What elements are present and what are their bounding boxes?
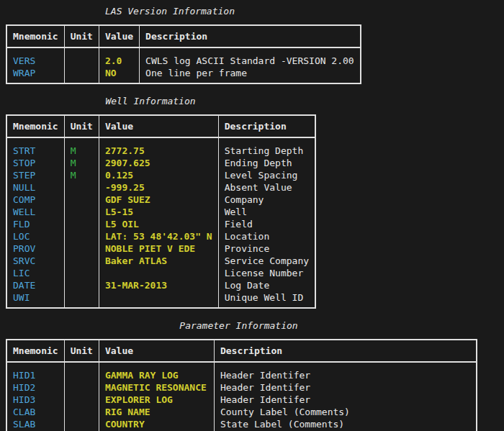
table-header-row: MnemonicUnitValueDescription xyxy=(6,115,315,137)
table-row: FLDL5 OILField xyxy=(6,218,315,230)
table-row: SRVCBaker ATLASService Company xyxy=(6,255,315,267)
description-cell: Header Identifer xyxy=(214,362,477,381)
column-header-value: Value xyxy=(99,340,214,362)
unit-cell xyxy=(64,394,99,406)
unit-cell xyxy=(64,181,99,194)
mnemonic-cell: HID1 xyxy=(6,362,64,381)
table-row: PROVNOBLE PIET V EDEProvince xyxy=(6,242,315,255)
section-well-information: Well Information MnemonicUnitValueDescri… xyxy=(6,94,504,309)
table-row: HID1GAMMA RAY LOGHeader Identifer xyxy=(6,362,477,381)
unit-cell xyxy=(64,279,99,291)
mnemonic-cell: FLD xyxy=(6,218,64,230)
description-cell: Header Identifer xyxy=(214,394,477,406)
value-cell: COUNTRY xyxy=(99,418,214,430)
table-row: UWIUnique Well ID xyxy=(6,291,315,308)
mnemonic-cell: LIC xyxy=(6,267,64,279)
mnemonic-cell: SRVC xyxy=(6,255,64,267)
section-parameter-information: Parameter Information MnemonicUnitValueD… xyxy=(6,319,504,431)
description-cell: Location xyxy=(218,230,315,242)
description-cell: Service Company xyxy=(218,255,315,267)
table-row: STEPM0.125Level Spacing xyxy=(6,169,315,181)
value-cell: 2907.625 xyxy=(99,157,218,169)
mnemonic-cell: UWI xyxy=(6,291,64,308)
unit-cell xyxy=(64,67,99,83)
column-header-mnemonic: Mnemonic xyxy=(6,115,64,137)
description-cell: State Label (Comments) xyxy=(214,418,477,430)
unit-cell: M xyxy=(64,137,99,157)
value-cell: GAMMA RAY LOG xyxy=(99,362,214,381)
table-body: VERS2.0CWLS log ASCII Standard -VERSION … xyxy=(6,47,361,83)
value-cell: 31-MAR-2013 xyxy=(99,279,218,291)
description-cell: One line per frame xyxy=(140,67,361,83)
description-cell: Level Spacing xyxy=(218,169,315,181)
section-las-version: LAS Version Information MnemonicUnitValu… xyxy=(6,4,504,84)
table-row: NULL-999.25Absent Value xyxy=(6,181,315,194)
description-cell: CWLS log ASCII Standard -VERSION 2.00 xyxy=(140,47,361,67)
value-cell: L5 OIL xyxy=(99,218,218,230)
unit-cell xyxy=(64,206,99,218)
mnemonic-cell: WRAP xyxy=(6,67,64,83)
value-cell: 2.0 xyxy=(99,47,139,67)
column-header-mnemonic: Mnemonic xyxy=(6,25,64,47)
description-cell: Unique Well ID xyxy=(218,291,315,308)
table-row: CLABRIG NAMECounty Label (Comments) xyxy=(6,406,477,418)
unit-cell xyxy=(64,406,99,418)
value-cell: EXPLORER LOG xyxy=(99,394,214,406)
value-cell: -999.25 xyxy=(99,181,218,194)
table-row: STOPM2907.625Ending Depth xyxy=(6,157,315,169)
table-row: SLABCOUNTRYState Label (Comments) xyxy=(6,418,477,430)
mnemonic-cell: HID2 xyxy=(6,381,64,394)
section-title: LAS Version Information xyxy=(6,4,334,18)
las-version-table: MnemonicUnitValueDescription VERS2.0CWLS… xyxy=(6,24,361,84)
unit-cell xyxy=(64,230,99,242)
mnemonic-cell: CLAB xyxy=(6,406,64,418)
table-row: STRTM2772.75Starting Depth xyxy=(6,137,315,157)
column-header-value: Value xyxy=(99,25,139,47)
unit-cell xyxy=(64,194,99,206)
value-cell xyxy=(99,291,218,308)
unit-cell xyxy=(64,362,99,381)
value-cell: L5-15 xyxy=(99,206,218,218)
value-cell: 2772.75 xyxy=(99,137,218,157)
unit-cell: M xyxy=(64,157,99,169)
description-cell: License Number xyxy=(218,267,315,279)
mnemonic-cell: PROV xyxy=(6,242,64,255)
description-cell: Field xyxy=(218,218,315,230)
description-cell: Province xyxy=(218,242,315,255)
unit-cell xyxy=(64,255,99,267)
mnemonic-cell: DATE xyxy=(6,279,64,291)
section-title: Parameter Information xyxy=(6,319,472,332)
description-cell: County Label (Comments) xyxy=(214,406,477,418)
value-cell: MAGNETIC RESONANCE xyxy=(99,381,214,394)
unit-cell xyxy=(64,47,99,67)
mnemonic-cell: VERS xyxy=(6,47,64,67)
unit-cell xyxy=(64,267,99,279)
table-header-row: MnemonicUnitValueDescription xyxy=(6,340,477,362)
column-header-description: Description xyxy=(218,115,315,137)
mnemonic-cell: NULL xyxy=(6,181,64,194)
unit-cell: M xyxy=(64,169,99,181)
table-row: VERS2.0CWLS log ASCII Standard -VERSION … xyxy=(6,47,361,67)
table-row: LOCLAT: 53 48'42.03" NLocation xyxy=(6,230,315,242)
description-cell: Well xyxy=(218,206,315,218)
value-cell: 0.125 xyxy=(99,169,218,181)
value-cell: Baker ATLAS xyxy=(99,255,218,267)
description-cell: Starting Depth xyxy=(218,137,315,157)
well-information-table: MnemonicUnitValueDescription STRTM2772.7… xyxy=(6,114,316,309)
table-body: HID1GAMMA RAY LOGHeader IdentiferHID2MAG… xyxy=(6,362,477,431)
table-row: DATE31-MAR-2013Log Date xyxy=(6,279,315,291)
unit-cell xyxy=(64,291,99,308)
mnemonic-cell: HID3 xyxy=(6,394,64,406)
las-report: LAS Version Information MnemonicUnitValu… xyxy=(0,0,504,431)
column-header-description: Description xyxy=(140,25,361,47)
table-row: HID2MAGNETIC RESONANCEHeader Identifer xyxy=(6,381,477,394)
mnemonic-cell: STRT xyxy=(6,137,64,157)
column-header-mnemonic: Mnemonic xyxy=(6,340,64,362)
table-row: HID3EXPLORER LOGHeader Identifer xyxy=(6,394,477,406)
table-row: LICLicense Number xyxy=(6,267,315,279)
unit-cell xyxy=(64,218,99,230)
column-header-unit: Unit xyxy=(64,25,99,47)
mnemonic-cell: LOC xyxy=(6,230,64,242)
table-body: STRTM2772.75Starting DepthSTOPM2907.625E… xyxy=(6,137,315,308)
column-header-unit: Unit xyxy=(64,115,99,137)
